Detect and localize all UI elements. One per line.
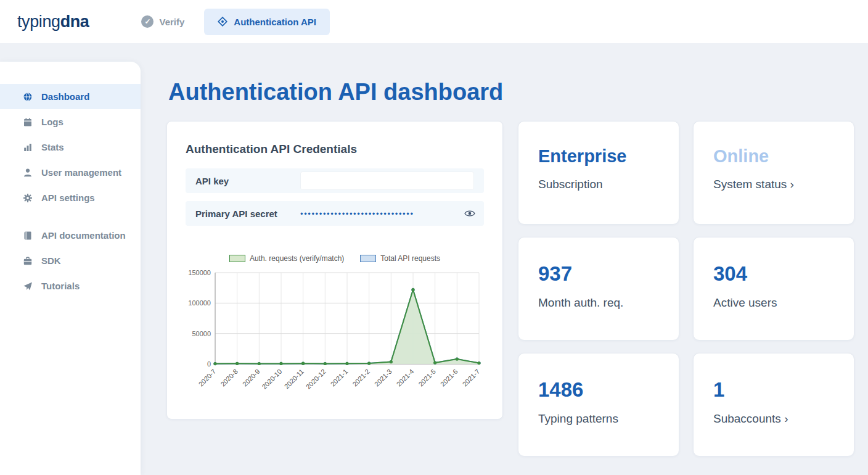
stat-card-system-status: Online System status ›	[693, 121, 854, 225]
calendar-icon	[23, 117, 33, 127]
stat-label: Active users	[713, 296, 843, 310]
api-key-row: API key	[186, 168, 484, 193]
svg-text:2021-2: 2021-2	[351, 368, 371, 388]
sidebar-item-logs[interactable]: Logs	[0, 109, 141, 134]
eye-icon	[464, 209, 475, 218]
svg-text:2020-10: 2020-10	[260, 368, 283, 390]
api-secret-label: Primary API secret	[195, 209, 300, 219]
page-title: Authentication API dashboard	[168, 79, 503, 105]
api-secret-row: Primary API secret •••••••••••••••••••••…	[186, 201, 484, 226]
stat-value: 1486	[538, 379, 668, 400]
svg-text:2020-8: 2020-8	[219, 368, 239, 388]
sidebar-item-label: Logs	[41, 117, 63, 127]
stat-label: Typing patterns	[538, 412, 668, 426]
gear-icon	[23, 193, 33, 203]
sidebar-item-dashboard[interactable]: Dashboard	[0, 84, 141, 109]
legend-item: Total API requests	[360, 254, 440, 263]
credentials-title: Authentication API Credentials	[186, 142, 484, 156]
sidebar-item-user-management[interactable]: User management	[0, 160, 141, 185]
sidebar-item-sdk[interactable]: SDK	[0, 248, 141, 273]
sidebar-item-tutorials[interactable]: Tutorials	[0, 273, 141, 299]
main-content: Authentication API dashboard Authenticat…	[141, 43, 868, 475]
nav-verify-label: Verify	[159, 17, 184, 27]
nav-auth-api-label: Authentication API	[234, 17, 316, 27]
svg-text:2021-5: 2021-5	[417, 368, 437, 388]
credentials-card: Authentication API Credentials API key P…	[166, 121, 503, 419]
svg-text:2021-1: 2021-1	[329, 368, 350, 388]
legend-label: Total API requests	[380, 254, 440, 263]
sidebar-menu: Dashboard Logs Stats User management API…	[0, 62, 141, 299]
sidebar-item-label: API documentation	[41, 230, 126, 241]
sidebar-item-label: User management	[41, 167, 121, 178]
svg-text:2021-7: 2021-7	[461, 368, 481, 388]
send-icon	[23, 281, 33, 291]
nav-authentication-api[interactable]: Authentication API	[204, 9, 330, 35]
api-key-input[interactable]	[300, 171, 474, 190]
sidebar-item-stats[interactable]: Stats	[0, 134, 141, 160]
chart-legend: Auth. requests (verify/match)Total API r…	[167, 254, 502, 263]
logo-text-dna: dna	[60, 12, 89, 31]
svg-text:2021-4: 2021-4	[395, 368, 416, 388]
stat-card-subaccounts: 1 Subaccounts ›	[693, 353, 854, 456]
stat-label: Month auth. req.	[538, 296, 668, 310]
typingdna-logo[interactable]: typingdna	[17, 12, 89, 31]
sidebar-item-label: Dashboard	[41, 91, 89, 102]
globe-icon	[23, 92, 33, 102]
legend-swatch	[229, 255, 245, 262]
nav-verify[interactable]: ✓ Verify	[141, 15, 184, 28]
sidebar-item-label: SDK	[41, 255, 61, 266]
system-status-link[interactable]: System status ›	[713, 178, 843, 191]
svg-text:2021-6: 2021-6	[439, 368, 459, 388]
svg-text:0: 0	[207, 360, 211, 368]
top-navigation: ✓ Verify Authentication API	[141, 9, 329, 35]
stat-cards-grid: Enterprise Subscription Online System st…	[518, 121, 854, 456]
stat-value: 937	[538, 263, 668, 284]
stat-card-active-users: 304 Active users	[693, 237, 854, 341]
briefcase-icon	[23, 256, 33, 266]
legend-label: Auth. requests (verify/match)	[250, 254, 344, 263]
reveal-secret-button[interactable]	[463, 208, 477, 219]
sidebar-item-api-settings[interactable]: API settings	[0, 185, 141, 210]
api-key-label: API key	[195, 176, 300, 186]
stat-card-month-auth-req: 937 Month auth. req.	[518, 237, 679, 341]
logo-text-typing: typing	[17, 12, 60, 31]
stat-value: Online	[713, 147, 843, 165]
auth-api-icon	[218, 17, 227, 27]
stat-value: Enterprise	[538, 147, 668, 165]
sidebar-item-label: Tutorials	[41, 281, 80, 291]
svg-text:150000: 150000	[188, 269, 211, 276]
sidebar-menu-group-2: API documentation SDK Tutorials	[0, 223, 141, 299]
svg-text:2020-12: 2020-12	[305, 368, 327, 390]
sidebar: Dashboard Logs Stats User management API…	[0, 62, 141, 475]
svg-text:2021-3: 2021-3	[373, 368, 393, 388]
user-icon	[23, 168, 33, 178]
stat-card-subscription: Enterprise Subscription	[518, 121, 679, 225]
bar-chart-icon	[23, 142, 33, 152]
legend-swatch	[360, 255, 376, 262]
stat-label: Subscription	[538, 178, 668, 191]
stat-card-typing-patterns: 1486 Typing patterns	[518, 353, 679, 456]
stat-value: 304	[713, 263, 843, 284]
requests-line-chart: 2020-72020-82020-92020-102020-112020-122…	[181, 266, 489, 397]
sidebar-item-api-documentation[interactable]: API documentation	[0, 223, 141, 248]
api-secret-masked-value: ••••••••••••••••••••••••••••••	[300, 209, 463, 218]
svg-text:2020-11: 2020-11	[283, 368, 305, 390]
subaccounts-link[interactable]: Subaccounts ›	[713, 412, 843, 426]
sidebar-item-label: API settings	[41, 192, 95, 203]
top-header: typingdna ✓ Verify Authentication API	[0, 0, 868, 43]
svg-text:50000: 50000	[192, 330, 211, 337]
svg-text:100000: 100000	[188, 299, 211, 307]
svg-text:2020-9: 2020-9	[241, 368, 261, 388]
stat-value: 1	[713, 379, 843, 400]
sidebar-item-label: Stats	[41, 142, 64, 152]
check-circle-icon: ✓	[141, 15, 154, 28]
legend-item: Auth. requests (verify/match)	[229, 254, 344, 263]
svg-text:2020-7: 2020-7	[197, 368, 218, 388]
book-icon	[23, 231, 33, 241]
